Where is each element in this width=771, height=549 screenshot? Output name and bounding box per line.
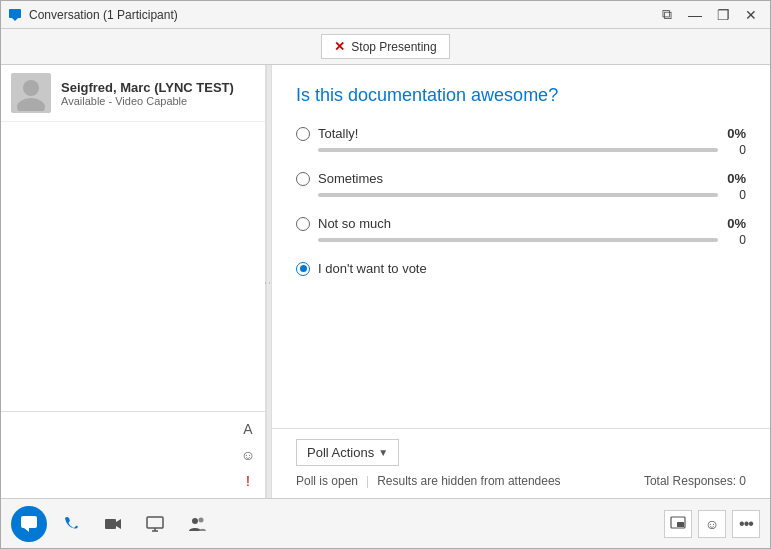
- poll-option-label-3: Not so much: [318, 216, 719, 231]
- poll-bar-3: [318, 238, 718, 242]
- right-panel: Is this documentation awesome? Totally! …: [272, 65, 770, 498]
- poll-radio-4[interactable]: [296, 262, 310, 276]
- poll-count-2: 0: [726, 188, 746, 202]
- toolbar-right: ☺ •••: [664, 510, 760, 538]
- avatar: [11, 73, 51, 113]
- chat-toolbar-button[interactable]: [11, 506, 47, 542]
- close-button[interactable]: ✕: [738, 5, 764, 25]
- poll-bar-2: [318, 193, 718, 197]
- chat-actions: A ☺ !: [233, 416, 259, 494]
- stop-presenting-label: Stop Presenting: [351, 40, 436, 54]
- screen-toolbar-button[interactable]: [137, 506, 173, 542]
- svg-rect-6: [105, 519, 116, 529]
- poll-radio-2[interactable]: [296, 172, 310, 186]
- poll-open-status: Poll is open: [296, 474, 358, 488]
- window-controls: ⧉ — ❐ ✕: [654, 5, 764, 25]
- poll-actions-label: Poll Actions: [307, 445, 374, 460]
- poll-option-pct-1: 0%: [727, 126, 746, 141]
- dropdown-arrow-icon: ▼: [378, 447, 388, 458]
- poll-total: Total Responses: 0: [644, 474, 746, 488]
- bottom-toolbar: ☺ •••: [1, 498, 770, 548]
- participants-toolbar-button[interactable]: [179, 506, 215, 542]
- contact-item: Seigfred, Marc (LYNC TEST) Available - V…: [1, 65, 265, 122]
- svg-point-12: [199, 517, 204, 522]
- poll-question: Is this documentation awesome?: [296, 85, 746, 106]
- poll-actions-row: Poll Actions ▼: [296, 439, 746, 466]
- poll-content: Is this documentation awesome? Totally! …: [272, 65, 770, 428]
- minimize-button[interactable]: —: [682, 5, 708, 25]
- poll-status-row: Poll is open | Results are hidden from a…: [296, 474, 746, 488]
- main-area: Seigfred, Marc (LYNC TEST) Available - V…: [1, 65, 770, 498]
- restore-button[interactable]: ❐: [710, 5, 736, 25]
- svg-rect-14: [677, 522, 684, 527]
- contact-name: Seigfred, Marc (LYNC TEST): [61, 80, 234, 95]
- poll-option-1: Totally! 0% 0: [296, 126, 746, 157]
- stop-x-icon: ✕: [334, 39, 345, 54]
- poll-option-3: Not so much 0% 0: [296, 216, 746, 247]
- svg-point-3: [17, 98, 45, 111]
- poll-option-label-2: Sometimes: [318, 171, 719, 186]
- poll-option-pct-2: 0%: [727, 171, 746, 186]
- left-panel: Seigfred, Marc (LYNC TEST) Available - V…: [1, 65, 266, 498]
- app-icon: [7, 7, 23, 23]
- poll-bar-1: [318, 148, 718, 152]
- svg-marker-7: [116, 519, 121, 529]
- main-window: Conversation (1 Participant) ⧉ — ❐ ✕ ✕ S…: [0, 0, 771, 549]
- pip-toolbar-button[interactable]: [664, 510, 692, 538]
- poll-hidden-status: Results are hidden from attendees: [377, 474, 560, 488]
- call-toolbar-button[interactable]: [53, 506, 89, 542]
- svg-point-11: [192, 518, 198, 524]
- poll-status-sep: |: [366, 474, 369, 488]
- contact-status: Available - Video Capable: [61, 95, 234, 107]
- poll-option-label-1: Totally!: [318, 126, 719, 141]
- svg-rect-4: [21, 516, 37, 528]
- poll-radio-3[interactable]: [296, 217, 310, 231]
- poll-status-left: Poll is open | Results are hidden from a…: [296, 474, 561, 488]
- alert-button[interactable]: !: [237, 470, 259, 492]
- poll-radio-1[interactable]: [296, 127, 310, 141]
- poll-count-1: 0: [726, 143, 746, 157]
- chat-input[interactable]: [7, 416, 233, 452]
- poll-options: Totally! 0% 0 Sometimes 0% 0: [296, 126, 746, 276]
- svg-rect-0: [9, 9, 21, 18]
- more-toolbar-button[interactable]: •••: [732, 510, 760, 538]
- chat-input-area: A ☺ !: [1, 411, 265, 498]
- emoji-toolbar-button[interactable]: ☺: [698, 510, 726, 538]
- contact-info: Seigfred, Marc (LYNC TEST) Available - V…: [61, 80, 234, 107]
- stop-presenting-bar: ✕ Stop Presenting: [1, 29, 770, 65]
- svg-marker-5: [24, 528, 29, 532]
- poll-actions-button[interactable]: Poll Actions ▼: [296, 439, 399, 466]
- svg-point-2: [23, 80, 39, 96]
- video-toolbar-button[interactable]: [95, 506, 131, 542]
- emoji-chat-button[interactable]: ☺: [237, 444, 259, 466]
- poll-option-4: I don't want to vote: [296, 261, 746, 276]
- stop-presenting-button[interactable]: ✕ Stop Presenting: [321, 34, 449, 59]
- title-bar: Conversation (1 Participant) ⧉ — ❐ ✕: [1, 1, 770, 29]
- toolbar-left: [11, 506, 215, 542]
- font-button[interactable]: A: [237, 418, 259, 440]
- poll-footer: Poll Actions ▼ Poll is open | Results ar…: [272, 428, 770, 498]
- poll-option-2: Sometimes 0% 0: [296, 171, 746, 202]
- pip-control-button[interactable]: ⧉: [654, 5, 680, 25]
- poll-count-3: 0: [726, 233, 746, 247]
- poll-option-pct-3: 0%: [727, 216, 746, 231]
- window-title: Conversation (1 Participant): [29, 8, 654, 22]
- chat-area: [1, 122, 265, 411]
- poll-option-label-4: I don't want to vote: [318, 261, 746, 276]
- svg-marker-1: [12, 18, 18, 21]
- svg-rect-8: [147, 517, 163, 528]
